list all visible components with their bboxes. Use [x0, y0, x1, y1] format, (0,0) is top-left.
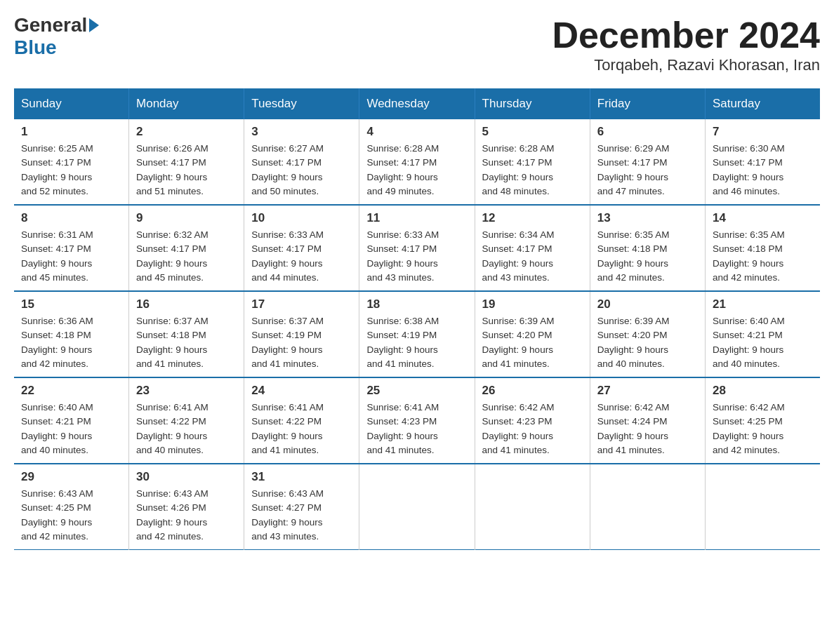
day-info: Sunrise: 6:32 AM Sunset: 4:17 PM Dayligh…	[136, 228, 237, 285]
day-cell	[590, 464, 705, 550]
day-info: Sunrise: 6:37 AM Sunset: 4:18 PM Dayligh…	[136, 314, 237, 371]
day-cell: 7Sunrise: 6:30 AM Sunset: 4:17 PM Daylig…	[705, 119, 820, 205]
day-number: 11	[366, 211, 467, 225]
day-cell: 14Sunrise: 6:35 AM Sunset: 4:18 PM Dayli…	[705, 205, 820, 291]
day-info: Sunrise: 6:28 AM Sunset: 4:17 PM Dayligh…	[482, 142, 583, 199]
day-cell: 10Sunrise: 6:33 AM Sunset: 4:17 PM Dayli…	[244, 205, 359, 291]
day-number: 8	[21, 211, 121, 225]
column-header-sunday: Sunday	[14, 88, 129, 119]
day-number: 30	[136, 470, 237, 484]
day-info: Sunrise: 6:39 AM Sunset: 4:20 PM Dayligh…	[597, 314, 698, 371]
day-number: 4	[366, 125, 467, 139]
day-number: 25	[366, 384, 467, 398]
day-info: Sunrise: 6:30 AM Sunset: 4:17 PM Dayligh…	[713, 142, 813, 199]
day-cell: 28Sunrise: 6:42 AM Sunset: 4:25 PM Dayli…	[705, 377, 820, 464]
day-info: Sunrise: 6:29 AM Sunset: 4:17 PM Dayligh…	[597, 142, 698, 199]
day-number: 5	[482, 125, 583, 139]
calendar-title: December 2024	[552, 14, 820, 56]
day-number: 31	[251, 470, 352, 484]
day-number: 9	[136, 211, 237, 225]
logo-arrow-icon	[89, 18, 99, 32]
day-number: 17	[251, 297, 352, 311]
day-cell: 19Sunrise: 6:39 AM Sunset: 4:20 PM Dayli…	[475, 291, 590, 377]
day-number: 1	[21, 125, 121, 139]
calendar-header-row: SundayMondayTuesdayWednesdayThursdayFrid…	[14, 88, 820, 119]
day-info: Sunrise: 6:34 AM Sunset: 4:17 PM Dayligh…	[482, 228, 583, 285]
day-info: Sunrise: 6:42 AM Sunset: 4:24 PM Dayligh…	[597, 401, 698, 457]
day-info: Sunrise: 6:36 AM Sunset: 4:18 PM Dayligh…	[21, 314, 121, 371]
day-number: 21	[713, 297, 813, 311]
day-cell: 20Sunrise: 6:39 AM Sunset: 4:20 PM Dayli…	[590, 291, 705, 377]
day-number: 20	[597, 297, 698, 311]
day-info: Sunrise: 6:41 AM Sunset: 4:23 PM Dayligh…	[366, 401, 467, 457]
day-info: Sunrise: 6:40 AM Sunset: 4:21 PM Dayligh…	[21, 401, 121, 457]
day-cell: 16Sunrise: 6:37 AM Sunset: 4:18 PM Dayli…	[129, 291, 244, 377]
day-number: 28	[713, 384, 813, 398]
day-number: 29	[21, 470, 121, 484]
day-cell: 1Sunrise: 6:25 AM Sunset: 4:17 PM Daylig…	[14, 119, 129, 205]
day-number: 23	[136, 384, 237, 398]
day-info: Sunrise: 6:41 AM Sunset: 4:22 PM Dayligh…	[136, 401, 237, 457]
title-section: December 2024 Torqabeh, Razavi Khorasan,…	[552, 14, 820, 74]
week-row-4: 22Sunrise: 6:40 AM Sunset: 4:21 PM Dayli…	[14, 377, 820, 464]
day-cell: 27Sunrise: 6:42 AM Sunset: 4:24 PM Dayli…	[590, 377, 705, 464]
day-cell	[359, 464, 475, 550]
logo-general-text: General	[14, 14, 87, 36]
day-info: Sunrise: 6:43 AM Sunset: 4:27 PM Dayligh…	[251, 487, 352, 544]
day-info: Sunrise: 6:43 AM Sunset: 4:26 PM Dayligh…	[136, 487, 237, 544]
day-cell: 5Sunrise: 6:28 AM Sunset: 4:17 PM Daylig…	[475, 119, 590, 205]
day-info: Sunrise: 6:42 AM Sunset: 4:23 PM Dayligh…	[482, 401, 583, 457]
day-info: Sunrise: 6:33 AM Sunset: 4:17 PM Dayligh…	[251, 228, 352, 285]
week-row-2: 8Sunrise: 6:31 AM Sunset: 4:17 PM Daylig…	[14, 205, 820, 291]
day-cell: 13Sunrise: 6:35 AM Sunset: 4:18 PM Dayli…	[590, 205, 705, 291]
day-info: Sunrise: 6:27 AM Sunset: 4:17 PM Dayligh…	[251, 142, 352, 199]
day-number: 7	[713, 125, 813, 139]
day-info: Sunrise: 6:28 AM Sunset: 4:17 PM Dayligh…	[366, 142, 467, 199]
day-number: 19	[482, 297, 583, 311]
day-cell: 31Sunrise: 6:43 AM Sunset: 4:27 PM Dayli…	[244, 464, 359, 550]
day-info: Sunrise: 6:31 AM Sunset: 4:17 PM Dayligh…	[21, 228, 121, 285]
day-info: Sunrise: 6:35 AM Sunset: 4:18 PM Dayligh…	[597, 228, 698, 285]
day-cell: 9Sunrise: 6:32 AM Sunset: 4:17 PM Daylig…	[129, 205, 244, 291]
day-cell	[705, 464, 820, 550]
day-cell: 21Sunrise: 6:40 AM Sunset: 4:21 PM Dayli…	[705, 291, 820, 377]
day-number: 26	[482, 384, 583, 398]
day-info: Sunrise: 6:26 AM Sunset: 4:17 PM Dayligh…	[136, 142, 237, 199]
day-info: Sunrise: 6:42 AM Sunset: 4:25 PM Dayligh…	[713, 401, 813, 457]
day-number: 6	[597, 125, 698, 139]
week-row-5: 29Sunrise: 6:43 AM Sunset: 4:25 PM Dayli…	[14, 464, 820, 550]
logo: General Blue	[14, 14, 100, 59]
column-header-tuesday: Tuesday	[244, 88, 359, 119]
day-cell: 25Sunrise: 6:41 AM Sunset: 4:23 PM Dayli…	[359, 377, 475, 464]
day-number: 13	[597, 211, 698, 225]
day-number: 24	[251, 384, 352, 398]
logo-blue-text: Blue	[14, 36, 57, 58]
day-number: 16	[136, 297, 237, 311]
day-info: Sunrise: 6:43 AM Sunset: 4:25 PM Dayligh…	[21, 487, 121, 544]
day-number: 27	[597, 384, 698, 398]
day-cell: 15Sunrise: 6:36 AM Sunset: 4:18 PM Dayli…	[14, 291, 129, 377]
day-cell: 26Sunrise: 6:42 AM Sunset: 4:23 PM Dayli…	[475, 377, 590, 464]
day-cell	[475, 464, 590, 550]
day-info: Sunrise: 6:35 AM Sunset: 4:18 PM Dayligh…	[713, 228, 813, 285]
day-cell: 4Sunrise: 6:28 AM Sunset: 4:17 PM Daylig…	[359, 119, 475, 205]
day-cell: 24Sunrise: 6:41 AM Sunset: 4:22 PM Dayli…	[244, 377, 359, 464]
week-row-1: 1Sunrise: 6:25 AM Sunset: 4:17 PM Daylig…	[14, 119, 820, 205]
day-cell: 3Sunrise: 6:27 AM Sunset: 4:17 PM Daylig…	[244, 119, 359, 205]
day-cell: 29Sunrise: 6:43 AM Sunset: 4:25 PM Dayli…	[14, 464, 129, 550]
week-row-3: 15Sunrise: 6:36 AM Sunset: 4:18 PM Dayli…	[14, 291, 820, 377]
day-number: 2	[136, 125, 237, 139]
day-number: 12	[482, 211, 583, 225]
day-cell: 17Sunrise: 6:37 AM Sunset: 4:19 PM Dayli…	[244, 291, 359, 377]
day-cell: 22Sunrise: 6:40 AM Sunset: 4:21 PM Dayli…	[14, 377, 129, 464]
page-header: General Blue December 2024 Torqabeh, Raz…	[14, 14, 820, 74]
day-info: Sunrise: 6:33 AM Sunset: 4:17 PM Dayligh…	[366, 228, 467, 285]
day-info: Sunrise: 6:38 AM Sunset: 4:19 PM Dayligh…	[366, 314, 467, 371]
day-cell: 12Sunrise: 6:34 AM Sunset: 4:17 PM Dayli…	[475, 205, 590, 291]
day-info: Sunrise: 6:25 AM Sunset: 4:17 PM Dayligh…	[21, 142, 121, 199]
day-cell: 11Sunrise: 6:33 AM Sunset: 4:17 PM Dayli…	[359, 205, 475, 291]
day-info: Sunrise: 6:41 AM Sunset: 4:22 PM Dayligh…	[251, 401, 352, 457]
day-cell: 23Sunrise: 6:41 AM Sunset: 4:22 PM Dayli…	[129, 377, 244, 464]
day-number: 14	[713, 211, 813, 225]
column-header-thursday: Thursday	[475, 88, 590, 119]
